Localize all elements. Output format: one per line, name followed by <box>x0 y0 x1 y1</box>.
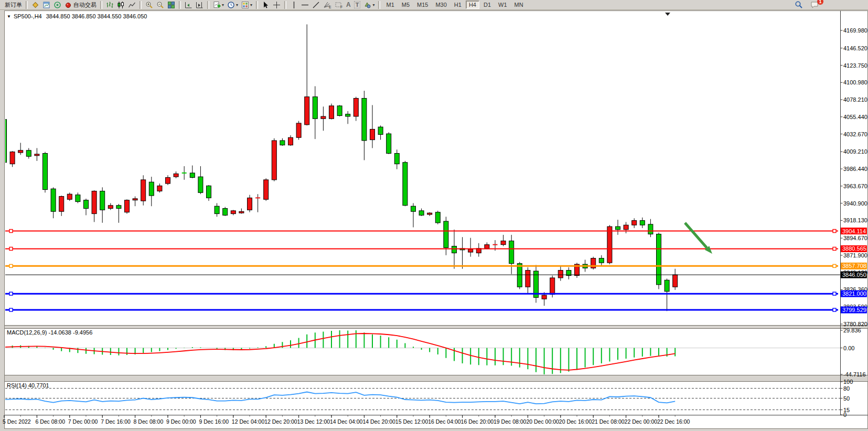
periods-button[interactable]: ▾ <box>226 1 240 9</box>
crosshair-button[interactable] <box>271 1 282 9</box>
rsi-indicator-label: RSI(14) 40.7701 <box>7 382 49 389</box>
svg-text:19 Dec 08:00: 19 Dec 08:00 <box>494 418 527 425</box>
shapes-button[interactable]: ▾ <box>362 1 376 9</box>
cursor-button[interactable] <box>260 1 271 9</box>
shapes-icon <box>363 1 371 9</box>
svg-text:3799.529: 3799.529 <box>842 307 866 313</box>
dropdown-caret-icon: ▾ <box>222 3 224 7</box>
channel-icon: F <box>335 1 343 9</box>
tile-windows-button[interactable] <box>166 1 177 9</box>
toolbar-separator <box>179 1 181 9</box>
indicators-button[interactable]: ▾ <box>211 1 226 9</box>
text-label-icon: T <box>354 1 361 8</box>
svg-text:3880.565: 3880.565 <box>842 245 866 252</box>
svg-text:14 Dec 20:00: 14 Dec 20:00 <box>362 418 395 425</box>
zoom-in-button[interactable] <box>144 1 155 9</box>
timeframe-m15-button[interactable]: M15 <box>414 1 431 9</box>
toolbar-separator <box>256 1 258 9</box>
auto-scroll-button[interactable] <box>183 1 194 9</box>
svg-text:0.00: 0.00 <box>843 345 854 351</box>
macd-signal-value: -9.4956 <box>73 329 92 336</box>
svg-text:4055.440: 4055.440 <box>843 114 867 120</box>
gold-diamond-icon <box>31 1 39 9</box>
signals-button[interactable] <box>52 1 63 9</box>
add-indicator-icon <box>213 1 221 9</box>
svg-text:22 Dec 16:00: 22 Dec 16:00 <box>657 418 690 425</box>
notifications-button[interactable]: 1 <box>809 1 821 9</box>
vertical-line-icon <box>290 1 298 9</box>
macd-indicator-label: MACD(12,26,9) -14.0638 -9.4956 <box>7 329 92 336</box>
svg-text:12 Dec 20:00: 12 Dec 20:00 <box>264 418 297 425</box>
vertical-line-button[interactable] <box>288 1 299 9</box>
svg-text:7 Dec 00:00: 7 Dec 00:00 <box>68 418 98 425</box>
channel-button[interactable]: F <box>333 1 345 9</box>
svg-text:3846.050: 3846.050 <box>842 272 866 278</box>
panel-splitter[interactable] <box>5 375 868 382</box>
svg-text:-44.7116: -44.7116 <box>843 371 866 378</box>
timeframe-m30-button[interactable]: M30 <box>432 1 449 9</box>
trendline-icon <box>312 1 320 9</box>
toolbar-separator <box>207 1 209 9</box>
chart-symbol-period: SP500-,H4 <box>14 13 42 19</box>
window-menu-arrow-icon[interactable] <box>665 13 670 16</box>
zoom-out-icon <box>156 1 164 9</box>
text-tool-button[interactable]: A <box>345 1 352 9</box>
timeframe-mn-button[interactable]: MN <box>511 1 527 9</box>
timeframe-m1-button[interactable]: M1 <box>383 1 397 9</box>
svg-text:3894.670: 3894.670 <box>843 235 867 241</box>
clock-icon <box>227 1 235 9</box>
svg-text:16 Dec 04:00: 16 Dec 04:00 <box>428 418 461 425</box>
svg-text:29.836: 29.836 <box>843 327 861 333</box>
svg-text:3904.114: 3904.114 <box>842 228 866 234</box>
svg-text:4078.210: 4078.210 <box>843 96 867 103</box>
svg-text:3871.900: 3871.900 <box>843 252 867 258</box>
svg-text:4032.670: 4032.670 <box>843 131 867 137</box>
symbol-dropdown-icon[interactable]: ▼ <box>7 14 11 19</box>
timeframe-h4-button[interactable]: H4 <box>466 1 479 9</box>
toolbar-right-group: 1 <box>793 1 821 9</box>
new-order-label: 新订单 <box>5 1 22 9</box>
dropdown-caret-icon: ▾ <box>236 3 238 7</box>
svg-text:0: 0 <box>843 412 846 418</box>
svg-text:4009.210: 4009.210 <box>843 148 867 155</box>
zoom-out-button[interactable] <box>155 1 166 9</box>
search-button[interactable] <box>793 1 805 9</box>
timeframe-h1-button[interactable]: H1 <box>451 1 465 9</box>
new-order-button[interactable]: 新订单 <box>2 1 24 9</box>
line-chart-icon <box>128 1 136 9</box>
svg-text:16 Dec 20:00: 16 Dec 20:00 <box>461 418 494 425</box>
template-icon <box>241 1 249 9</box>
dropdown-caret-icon: ▾ <box>372 3 374 7</box>
svg-text:4100.980: 4100.980 <box>843 79 867 85</box>
svg-text:3821.000: 3821.000 <box>842 290 866 297</box>
timeframe-w1-button[interactable]: W1 <box>495 1 510 9</box>
ohlc-bars-icon <box>106 1 114 9</box>
svg-text:80: 80 <box>843 385 850 392</box>
horizontal-line-button[interactable] <box>299 1 310 9</box>
trendline-button[interactable] <box>310 1 322 9</box>
auto-trading-button[interactable]: 自动交易 <box>63 1 98 9</box>
signal-icon <box>53 1 61 9</box>
chart-ohlc-values: 3844.850 3846.850 3844.550 3846.050 <box>46 13 147 19</box>
fibonacci-button[interactable]: E <box>322 1 333 9</box>
timeframe-d1-button[interactable]: D1 <box>480 1 494 9</box>
symbols-button[interactable] <box>30 1 41 9</box>
svg-text:3963.670: 3963.670 <box>843 183 867 189</box>
candlestick-chart-button[interactable] <box>115 1 126 9</box>
fibonacci-icon: E <box>323 1 331 9</box>
timeframe-group: M1M5M15M30H1H4D1W1MN <box>382 1 527 9</box>
svg-text:22 Dec 00:00: 22 Dec 00:00 <box>625 418 658 425</box>
chart-shift-button[interactable] <box>194 1 205 9</box>
svg-text:9 Dec 00:00: 9 Dec 00:00 <box>166 418 196 425</box>
templates-button[interactable]: ▾ <box>240 1 254 9</box>
text-label-button[interactable]: T <box>352 1 362 9</box>
toolbar-separator <box>284 1 286 9</box>
bar-chart-button[interactable] <box>104 1 115 9</box>
svg-text:12 Dec 04:00: 12 Dec 04:00 <box>232 418 265 425</box>
line-chart-button[interactable] <box>126 1 137 9</box>
charts-profile-button[interactable] <box>41 1 52 9</box>
svg-text:F: F <box>340 5 342 9</box>
search-icon <box>795 1 803 9</box>
chart-canvas[interactable]: 5 Dec 20226 Dec 08:007 Dec 00:007 Dec 16… <box>0 0 868 431</box>
timeframe-m5-button[interactable]: M5 <box>399 1 413 9</box>
